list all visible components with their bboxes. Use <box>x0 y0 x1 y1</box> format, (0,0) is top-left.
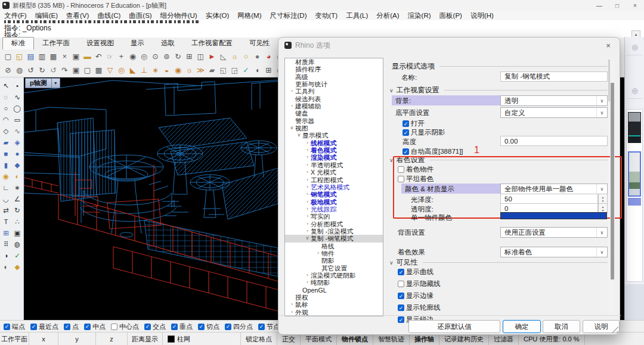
fillet-icon[interactable]: ◡ <box>1 193 12 204</box>
snapshot-thumbnail[interactable] <box>628 112 641 143</box>
block-icon[interactable]: ⊞ <box>1 227 12 238</box>
rotate-icon[interactable]: ↻ <box>12 204 23 216</box>
circle-tool-icon[interactable]: ◎ <box>116 64 127 76</box>
new-file-icon[interactable]: ▢ <box>2 51 14 62</box>
toolbar-tab[interactable]: 标准 <box>2 37 34 49</box>
text-icon[interactable]: T <box>1 216 12 227</box>
status-cell[interactable]: y <box>58 332 96 345</box>
current-layer-cell[interactable]: 柱网 <box>163 332 241 345</box>
menu-item[interactable]: 细分物件(U) <box>156 11 202 20</box>
toolbar-tab[interactable]: 显示 <box>122 38 153 49</box>
freeform-curve-icon[interactable]: ∿ <box>12 125 23 136</box>
tilt-view-icon[interactable]: ↷ <box>59 64 70 76</box>
status-cell[interactable]: 距离显示 <box>128 332 163 345</box>
target-tool-icon[interactable]: ◉ <box>172 64 184 76</box>
gloss-input[interactable]: 50 <box>500 194 598 204</box>
toolbar-tab[interactable]: 工作视窗配置 <box>183 38 241 49</box>
half-sphere-icon[interactable]: ◒ <box>161 64 172 76</box>
sun-icon[interactable]: ☼ <box>184 64 195 76</box>
walkabout-icon[interactable]: ► <box>206 51 218 62</box>
osnap-toggle[interactable]: 端点 <box>4 322 25 331</box>
chevron-down-icon[interactable]: ∨ <box>389 157 394 163</box>
zoom-selected-icon[interactable]: ⊙ <box>150 51 161 62</box>
status-cell[interactable]: z <box>96 332 128 345</box>
orbit-left-icon[interactable]: ↺ <box>25 64 36 76</box>
copy-file-icon[interactable]: ▦ <box>48 51 59 62</box>
viewport-menu-caret-icon[interactable]: ▼ <box>52 78 60 88</box>
box-icon[interactable]: ■ <box>1 148 12 159</box>
cylinder-icon[interactable]: ▮ <box>1 159 12 170</box>
cone-tool-icon[interactable]: ◣ <box>127 64 138 76</box>
viewport-name[interactable]: p轴测 <box>25 78 52 88</box>
panel-scrollbar[interactable] <box>610 59 615 315</box>
open-file-icon[interactable]: ◱ <box>14 51 25 62</box>
print-icon[interactable]: ▥ <box>36 51 48 62</box>
lasso-icon[interactable]: ◌ <box>1 91 12 102</box>
array-grid-icon[interactable]: ⠿ <box>1 238 12 250</box>
truck-icon[interactable]: ▰ <box>206 64 218 76</box>
sun-light-icon[interactable]: ☼ <box>229 51 240 62</box>
groundplane-on-checkbox[interactable]: 打开 <box>402 119 425 128</box>
menu-item[interactable]: 编辑(E) <box>31 11 62 20</box>
shadow-only-checkbox[interactable]: 只显示阴影 <box>402 128 445 137</box>
select-arrow-icon[interactable]: ↖ <box>1 80 12 91</box>
menu-item[interactable]: 曲面(S) <box>125 11 156 20</box>
menu-item[interactable]: 尺寸标注(D) <box>266 11 311 20</box>
zoom-window-icon[interactable]: ◎ <box>138 51 150 62</box>
snapshot-thumbnail-selected[interactable] <box>628 151 641 197</box>
single-object-color-swatch[interactable] <box>500 212 607 219</box>
array-polar-icon[interactable]: ◍ <box>12 238 23 250</box>
color-material-dropdown[interactable]: 全部物件使用单一颜色 ∨ <box>500 184 608 194</box>
lock-icon[interactable]: ● <box>252 51 263 62</box>
osnap-toggle[interactable]: 垂点 <box>171 322 193 331</box>
osnap-toggle[interactable]: 交点 <box>144 322 166 331</box>
menu-item[interactable]: 面板(P) <box>435 11 466 20</box>
paste-icon[interactable]: ▬ <box>82 51 93 62</box>
osnap-toggle[interactable]: 中点 <box>84 322 106 331</box>
flat-shading-checkbox[interactable]: 平坦着色 <box>398 175 434 184</box>
status-cell[interactable]: 工作平面 <box>0 332 29 345</box>
menu-item[interactable]: 查看(V) <box>62 11 93 20</box>
boolean-difference-icon[interactable]: ◐ <box>12 170 23 182</box>
move-icon[interactable]: + <box>116 51 127 62</box>
asterisk-tool-icon[interactable]: ∗ <box>150 64 161 76</box>
toolbar-tab[interactable]: 可见性 <box>241 38 278 49</box>
cut-icon[interactable]: × <box>59 51 70 62</box>
save-icon[interactable]: ▤ <box>25 51 36 62</box>
explode-icon[interactable]: ∗ <box>12 182 23 193</box>
cplane-icon[interactable]: ◺ <box>218 51 229 62</box>
viewport-layout-icon[interactable]: ⊞ <box>184 51 195 62</box>
status-cell[interactable]: x <box>29 332 58 345</box>
check-icon[interactable]: ✓ <box>12 250 23 261</box>
toolbar-tab[interactable]: 选取 <box>153 38 183 49</box>
osnap-toggle[interactable]: 最近点 <box>30 322 58 331</box>
rays-icon[interactable]: ≫ <box>195 64 206 76</box>
filter-circle-icon[interactable]: ⊘ <box>2 64 14 76</box>
lightbulb-icon[interactable]: ○ <box>240 51 252 62</box>
ok-button[interactable]: 确定 <box>503 320 541 333</box>
polygon-icon[interactable]: ◇ <box>1 125 12 136</box>
transform-icon[interactable]: ⇄ <box>1 204 12 216</box>
funnel-icon[interactable]: ▽ <box>104 64 116 76</box>
ellipse-icon[interactable]: ◯ <box>12 102 23 114</box>
copy-object-icon[interactable]: ▣ <box>12 227 23 238</box>
menu-item[interactable]: 文件(F) <box>0 11 31 20</box>
name-input[interactable]: 复制 -钢笔模式 <box>500 72 608 82</box>
arc-icon[interactable]: ◠ <box>1 114 12 125</box>
restore-defaults-button[interactable]: 还原默认值 <box>408 320 500 333</box>
gem-icon[interactable]: ◆ <box>12 261 23 272</box>
menu-item[interactable]: 渲染(R) <box>404 11 435 20</box>
gear-icon[interactable]: ◎ <box>625 43 644 51</box>
minimize-button[interactable]: — <box>590 0 608 11</box>
shade-effect-dropdown[interactable]: 标准着色 ∨ <box>500 247 608 257</box>
background-dropdown[interactable]: 透明 ∨ <box>500 95 608 106</box>
menu-item[interactable]: 工具(L) <box>342 11 372 20</box>
maximize-button[interactable]: □ <box>608 0 626 11</box>
menu-item[interactable]: 实体(O) <box>202 11 234 20</box>
layout-grid-icon[interactable]: ▦ <box>93 64 104 76</box>
loft-icon[interactable]: ◈ <box>12 136 23 148</box>
menu-item[interactable]: 变动(T) <box>311 11 342 20</box>
chevron-down-icon[interactable]: ∨ <box>389 88 394 94</box>
render-object-icon[interactable]: ◐ <box>1 261 12 272</box>
chamfer-icon[interactable]: ∠ <box>12 193 23 204</box>
